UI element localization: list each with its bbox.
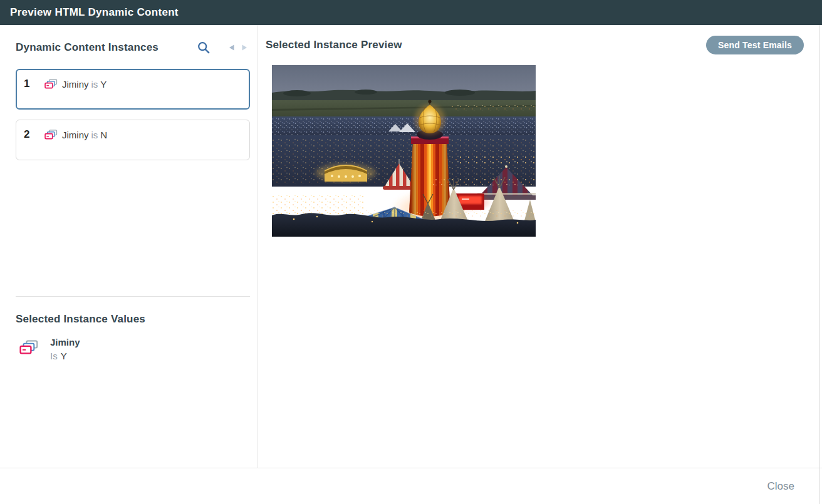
instance-label: JiminyisY [62, 79, 107, 90]
instance-label: JiminyisN [62, 130, 107, 140]
instance-list: 1 JiminyisY 2 [16, 69, 250, 160]
close-button[interactable]: Close [767, 480, 794, 493]
instance-field: Jiminy [62, 130, 89, 140]
dynamic-content-icon [44, 79, 58, 90]
instance-number: 1 [24, 78, 41, 90]
next-arrow-icon[interactable] [241, 44, 249, 51]
selected-value-text: Jiminy IsY [50, 337, 80, 361]
instance-number: 2 [24, 128, 41, 141]
selected-value-condition: IsY [50, 351, 80, 361]
selected-values-title: Selected Instance Values [16, 313, 258, 326]
dialog-title: Preview HTML Dynamic Content [10, 6, 179, 18]
instance-operator: is [91, 79, 98, 90]
preview-panel-title: Selected Instance Preview [266, 39, 402, 51]
selected-value-row: Jiminy IsY [19, 337, 258, 361]
dynamic-content-icon [44, 130, 58, 140]
instance-operator: is [91, 130, 98, 140]
instance-card-2[interactable]: 2 JiminyisN [16, 120, 250, 160]
instance-card-1[interactable]: 1 JiminyisY [16, 69, 250, 110]
selected-value-operator: Is [50, 351, 58, 361]
selected-value-value: Y [61, 351, 67, 361]
dynamic-content-icon [19, 340, 38, 361]
preview-panel: Selected Instance Preview Send Test Emai… [258, 25, 822, 468]
instances-panel: Dynamic Content Instances 1 [0, 25, 258, 468]
instances-panel-title: Dynamic Content Instances [16, 41, 197, 54]
instance-value: N [100, 130, 107, 140]
preview-image [272, 65, 536, 237]
right-edge-divider [819, 25, 820, 504]
previous-arrow-icon[interactable] [227, 44, 235, 51]
search-icon[interactable] [197, 41, 210, 54]
instance-value: Y [100, 79, 107, 90]
instance-field: Jiminy [62, 79, 89, 90]
dialog-titlebar: Preview HTML Dynamic Content [0, 0, 822, 25]
instances-panel-header: Dynamic Content Instances [16, 40, 249, 55]
selected-value-field: Jiminy [50, 337, 80, 347]
preview-panel-header: Selected Instance Preview Send Test Emai… [266, 36, 804, 54]
dialog-body: Dynamic Content Instances 1 [0, 25, 822, 468]
send-test-emails-button[interactable]: Send Test Emails [706, 36, 804, 54]
left-panel-divider [16, 296, 250, 297]
dialog-footer: Close [0, 468, 822, 504]
